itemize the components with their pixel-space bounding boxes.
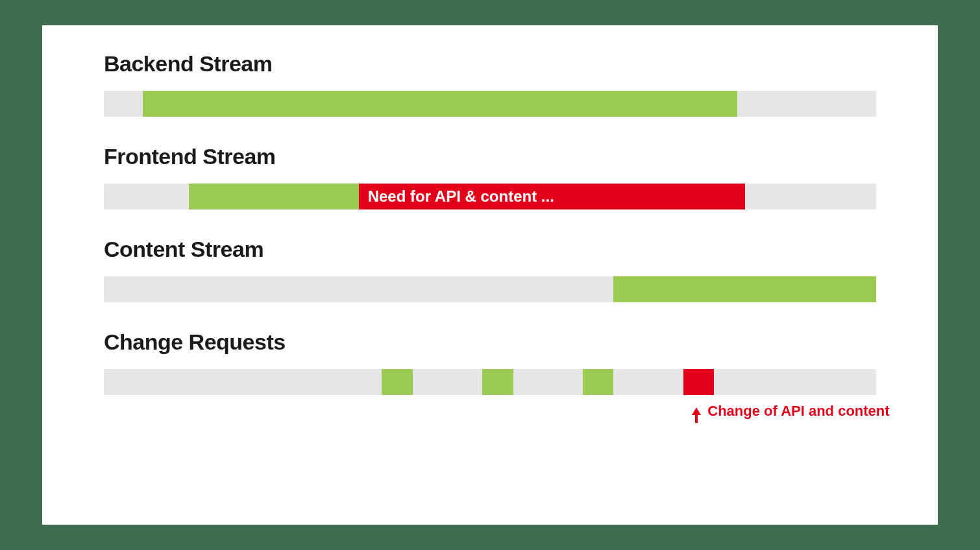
segment-frontend-1: Need for API & content ...: [359, 184, 745, 209]
segment-changes-1: [482, 369, 513, 395]
track-content: [104, 276, 876, 302]
stream-title-content: Content Stream: [42, 237, 938, 262]
annotation-change-api: Change of API and content: [692, 403, 889, 420]
segment-frontend-0: [189, 184, 359, 209]
stream-block-backend: Backend Stream: [42, 51, 938, 117]
stream-block-content: Content Stream: [42, 237, 938, 302]
segment-content-0: [613, 276, 876, 302]
segment-frontend-1-label: Need for API & content ...: [359, 184, 745, 209]
track-backend: [104, 91, 876, 117]
stream-block-changes: Change Requests Change of API and conten…: [42, 329, 938, 395]
arrow-up-icon: [692, 407, 701, 415]
track-changes: [104, 369, 876, 395]
segment-changes-0: [382, 369, 413, 395]
stream-title-frontend: Frontend Stream: [42, 144, 938, 169]
segment-backend-0: [143, 91, 737, 117]
stream-title-backend: Backend Stream: [42, 51, 938, 77]
track-frontend: Need for API & content ...: [104, 184, 876, 209]
segment-changes-3: [683, 369, 715, 395]
slide-canvas: Backend Stream Frontend Stream Need for …: [42, 25, 938, 525]
annotation-text: Change of API and content: [707, 403, 889, 420]
stream-title-changes: Change Requests: [42, 329, 938, 355]
stream-block-frontend: Frontend Stream Need for API & content .…: [42, 144, 938, 209]
segment-changes-2: [583, 369, 614, 395]
